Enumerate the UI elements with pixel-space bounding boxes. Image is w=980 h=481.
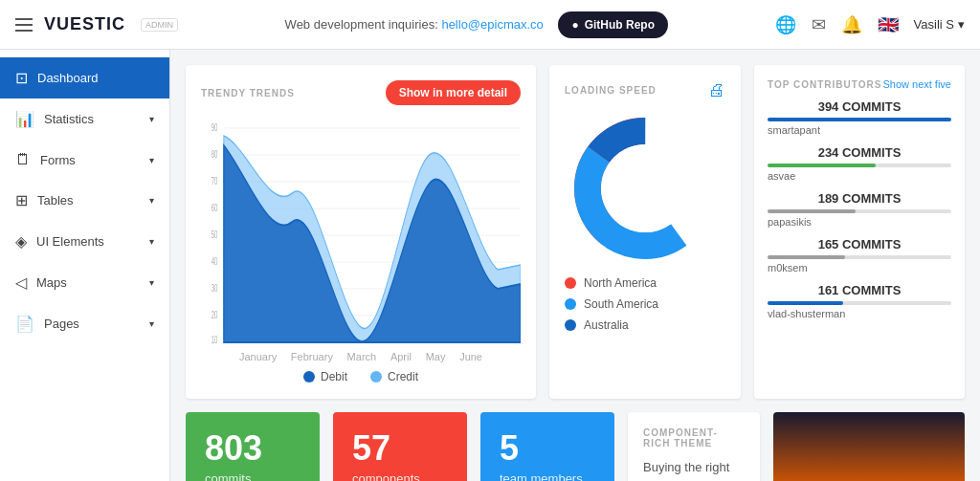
sidebar-label-pages: Pages bbox=[44, 317, 140, 331]
south-america-label: South America bbox=[584, 297, 658, 311]
component-card-text: Buying the right telescope to take your … bbox=[643, 458, 745, 481]
svg-text:10: 10 bbox=[212, 335, 218, 345]
chart-card-title: TRENDY TRENDS bbox=[201, 88, 295, 98]
credit-dot bbox=[370, 371, 382, 383]
mail-icon[interactable]: ✉ bbox=[812, 14, 826, 35]
legend-north-america: North America bbox=[565, 276, 725, 290]
svg-text:60: 60 bbox=[212, 203, 218, 213]
sidebar-label-statistics: Statistics bbox=[44, 112, 140, 126]
speed-legend: North America South America Australia bbox=[565, 276, 725, 332]
contributor-item: 161 COMMITS vlad-shusterman bbox=[768, 283, 951, 319]
legend-south-america: South America bbox=[565, 297, 725, 311]
component-rich-card: COMPONENT-RICH THEME Buying the right te… bbox=[628, 412, 760, 481]
sidebar-item-ui-elements[interactable]: ◈ UI Elements ▾ bbox=[0, 221, 169, 262]
x-label-may: May bbox=[426, 351, 446, 362]
contributor-commits: 189 COMMITS bbox=[768, 191, 951, 206]
contributors-card: TOP CONTRIBUTORS Show next five 394 COMM… bbox=[754, 65, 965, 399]
team-stat-card: 5 team members bbox=[480, 412, 614, 481]
svg-text:40: 40 bbox=[212, 256, 218, 267]
team-number: 5 bbox=[500, 431, 519, 466]
contributor-item: 165 COMMITS m0ksem bbox=[768, 237, 951, 273]
legend-australia: Australia bbox=[565, 318, 725, 332]
svg-text:30: 30 bbox=[212, 283, 218, 294]
contributors-list: 394 COMMITS smartapant 234 COMMITS asvae… bbox=[768, 99, 951, 319]
commits-stat-card: 803 commits bbox=[186, 412, 320, 481]
tables-icon: ⊞ bbox=[15, 191, 28, 209]
show-detail-button[interactable]: Show in more detail bbox=[386, 80, 521, 105]
chevron-down-icon: ▾ bbox=[149, 318, 154, 329]
contributor-bar bbox=[768, 209, 856, 213]
github-button[interactable]: ● GitHub Repo bbox=[558, 11, 668, 38]
sidebar-item-maps[interactable]: ◁ Maps ▾ bbox=[0, 262, 169, 303]
svg-text:50: 50 bbox=[212, 230, 218, 240]
sidebar-label-tables: Tables bbox=[37, 193, 140, 208]
legend-credit: Credit bbox=[370, 370, 418, 383]
donut-chart-container bbox=[565, 112, 725, 265]
pages-icon: 📄 bbox=[15, 315, 34, 333]
sidebar-item-dashboard[interactable]: ⊡ Dashboard bbox=[0, 57, 169, 98]
australia-dot bbox=[565, 319, 576, 331]
sidebar-item-forms[interactable]: 🗒 Forms ▾ bbox=[0, 140, 169, 180]
bottom-stats-row: 803 commits 57 components 5 team members… bbox=[186, 412, 965, 481]
x-label-jan: January bbox=[239, 351, 277, 362]
team-label: team members bbox=[500, 471, 583, 481]
sidebar-item-pages[interactable]: 📄 Pages ▾ bbox=[0, 303, 169, 344]
sidebar-item-statistics[interactable]: 📊 Statistics ▾ bbox=[0, 98, 169, 140]
chevron-down-icon: ▾ bbox=[149, 277, 154, 288]
show-next-button[interactable]: Show next five bbox=[882, 78, 951, 90]
sidebar: ⊡ Dashboard 📊 Statistics ▾ 🗒 Forms ▾ ⊞ T… bbox=[0, 50, 170, 481]
sidebar-label-maps: Maps bbox=[36, 275, 140, 290]
loading-speed-card: LOADING SPEED 🖨 bbox=[549, 65, 741, 399]
user-menu[interactable]: Vasili S ▾ bbox=[914, 17, 965, 32]
contributor-commits: 394 COMMITS bbox=[768, 99, 951, 114]
sidebar-label-forms: Forms bbox=[40, 153, 140, 167]
speed-card-header: LOADING SPEED 🖨 bbox=[565, 80, 725, 100]
component-card-title: COMPONENT-RICH THEME bbox=[643, 427, 745, 448]
flag-icon[interactable]: 🇬🇧 bbox=[878, 14, 899, 35]
sidebar-label-ui-elements: UI Elements bbox=[36, 234, 140, 249]
contributor-commits: 165 COMMITS bbox=[768, 237, 951, 251]
contributor-commits: 161 COMMITS bbox=[768, 283, 951, 297]
inquiry-email[interactable]: hello@epicmax.co bbox=[441, 17, 543, 32]
main-content: TRENDY TRENDS Show in more detail 90 80 … bbox=[170, 50, 980, 481]
contributor-bar-bg bbox=[768, 301, 951, 305]
bell-icon[interactable]: 🔔 bbox=[841, 14, 862, 35]
chart-card-header: TRENDY TRENDS Show in more detail bbox=[201, 80, 521, 105]
x-label-feb: February bbox=[291, 351, 333, 362]
debit-dot bbox=[303, 371, 315, 383]
contributor-commits: 234 COMMITS bbox=[768, 145, 951, 160]
credit-label: Credit bbox=[388, 370, 418, 383]
contributor-name: vlad-shusterman bbox=[768, 308, 951, 319]
nav-left: VUESTIC ADMIN bbox=[15, 14, 178, 34]
contributor-name: asvae bbox=[768, 170, 951, 182]
nav-right: 🌐 ✉ 🔔 🇬🇧 Vasili S ▾ bbox=[775, 14, 965, 35]
sidebar-label-dashboard: Dashboard bbox=[37, 71, 154, 85]
australia-label: Australia bbox=[584, 318, 629, 332]
contributor-bar bbox=[768, 301, 843, 305]
sidebar-item-tables[interactable]: ⊞ Tables ▾ bbox=[0, 180, 169, 221]
contributor-item: 394 COMMITS smartapant bbox=[768, 99, 951, 136]
chevron-down-icon: ▾ bbox=[149, 155, 154, 165]
admin-badge: ADMIN bbox=[141, 18, 178, 32]
north-america-label: North America bbox=[584, 276, 657, 290]
user-name: Vasili S bbox=[914, 17, 954, 32]
x-label-jun: June bbox=[459, 351, 482, 362]
github-icon: ● bbox=[571, 18, 578, 32]
contributor-item: 234 COMMITS asvae bbox=[768, 145, 951, 182]
contributor-bar-bg bbox=[768, 255, 951, 259]
components-label: components bbox=[352, 471, 420, 481]
maps-icon: ◁ bbox=[15, 273, 27, 292]
hamburger-menu[interactable] bbox=[15, 18, 33, 32]
top-navigation: VUESTIC ADMIN Web development inquiries:… bbox=[0, 0, 980, 50]
print-icon[interactable]: 🖨 bbox=[708, 80, 725, 100]
trendy-trends-card: TRENDY TRENDS Show in more detail 90 80 … bbox=[186, 65, 536, 399]
globe-icon[interactable]: 🌐 bbox=[775, 14, 796, 35]
forms-icon: 🗒 bbox=[15, 151, 31, 168]
x-label-mar: March bbox=[347, 351, 377, 362]
trend-chart: 90 80 70 60 50 40 30 20 10 bbox=[201, 117, 521, 356]
svg-point-21 bbox=[601, 144, 689, 232]
sunset-image-card bbox=[773, 412, 965, 481]
contributor-name: m0ksem bbox=[768, 262, 951, 273]
debit-label: Debit bbox=[321, 370, 347, 383]
contributor-bar bbox=[768, 164, 876, 167]
